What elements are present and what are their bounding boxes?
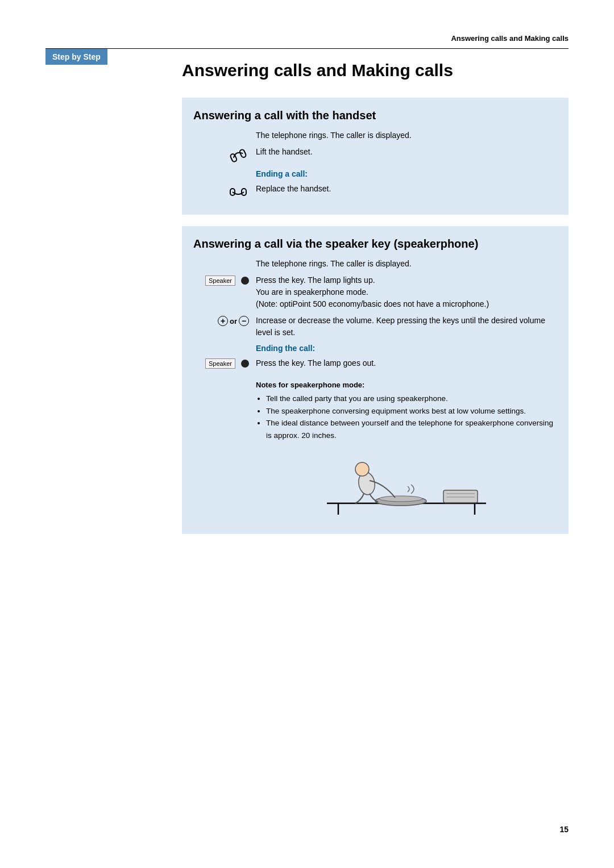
section1-step2-text: Replace the handset. (256, 183, 557, 195)
notes-col: Notes for speakerphone mode: Tell the ca… (256, 374, 557, 519)
content: Answering calls and Making calls Answeri… (171, 49, 569, 545)
notes-list: Tell the called party that you are using… (256, 393, 557, 441)
speaker-key2-group: Speaker (205, 358, 249, 369)
notes-heading: Notes for speakerphone mode: (256, 381, 557, 389)
svg-point-13 (355, 462, 369, 476)
replace-handset-icon (227, 184, 249, 200)
replace-handset-icon-col (193, 183, 256, 200)
header-title: Answering calls and Making calls (451, 34, 569, 43)
section2-title: Answering a call via the speaker key (sp… (193, 236, 557, 251)
lift-handset-icon (227, 147, 249, 164)
section-speaker: Answering a call via the speaker key (sp… (182, 226, 569, 534)
page-number: 15 (559, 825, 569, 834)
section1-step1-row: Lift the handset. (193, 146, 557, 164)
section2-ending-icon-placeholder (193, 343, 256, 344)
or-text: or (228, 317, 239, 326)
section1-icon-placeholder (193, 130, 256, 131)
speaker-key2-col: Speaker (193, 357, 256, 369)
section2-step2-row: + or − Increase or decrease the volume. … (193, 315, 557, 339)
section1-step2-row: Replace the handset. (193, 183, 557, 200)
main-layout: Step by Step Answering calls and Making … (45, 49, 569, 545)
section2-ending-label: Ending the call: (256, 343, 557, 353)
speakerphone-svg (321, 449, 492, 518)
svg-rect-7 (443, 490, 478, 503)
section2-icon-placeholder (193, 258, 256, 259)
section2-step1-text: Press the key. The lamp lights up. You a… (256, 274, 557, 310)
section1-ending-icon-placeholder (193, 169, 256, 170)
section2-step3-text: Press the key. The lamp goes out. (256, 357, 557, 369)
plus-icon: + (218, 316, 228, 326)
section-handset: Answering a call with the handset The te… (182, 98, 569, 215)
speaker-key-col: Speaker (193, 274, 256, 286)
section1-ending-label: Ending a call: (256, 169, 557, 178)
svg-point-11 (379, 496, 422, 502)
notes-item-3: The ideal distance between yourself and … (266, 417, 557, 441)
step-by-step-box: Step by Step (45, 49, 107, 65)
speaker-key2-button: Speaker (205, 358, 235, 369)
svg-rect-1 (239, 149, 247, 158)
minus-icon: − (239, 316, 249, 326)
notes-item-1: Tell the called party that you are using… (266, 393, 557, 405)
section2-step1-row: Speaker Press the key. The lamp lights u… (193, 274, 557, 310)
speaker-lamp2-icon (241, 360, 249, 368)
section2-step2-text: Increase or decrease the volume. Keep pr… (256, 315, 557, 339)
lift-handset-icon-col (193, 146, 256, 164)
speaker-key-button: Speaker (205, 276, 235, 286)
notes-icon-placeholder (193, 374, 256, 375)
section2-intro-row: The telephone rings. The caller is displ… (193, 258, 557, 270)
page-header: Answering calls and Making calls (0, 0, 614, 48)
volume-icons-col: + or − (193, 315, 256, 326)
section1-title: Answering a call with the handset (193, 108, 557, 123)
section2-step3-row: Speaker Press the key. The lamp goes out… (193, 357, 557, 369)
sidebar: Step by Step (45, 49, 171, 545)
section2-ending-row: Ending the call: (193, 343, 557, 353)
speakerphone-illustration (256, 449, 557, 519)
section1-ending-row: Ending a call: (193, 169, 557, 178)
speaker-key-group: Speaker (205, 276, 249, 286)
notes-item-2: The speakerphone conversing equipment wo… (266, 405, 557, 418)
section1-intro-row: The telephone rings. The caller is displ… (193, 130, 557, 141)
speaker-lamp-icon (241, 277, 249, 285)
section1-intro-text: The telephone rings. The caller is displ… (256, 130, 557, 141)
notes-row: Notes for speakerphone mode: Tell the ca… (193, 374, 557, 519)
svg-rect-0 (230, 153, 237, 162)
section1-step1-text: Lift the handset. (256, 146, 557, 158)
page-title: Answering calls and Making calls (182, 60, 569, 81)
section2-intro-text: The telephone rings. The caller is displ… (256, 258, 557, 270)
